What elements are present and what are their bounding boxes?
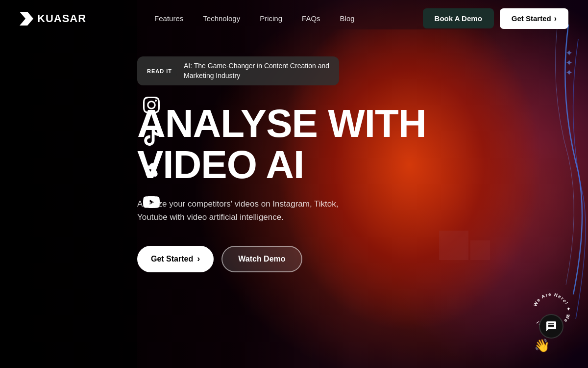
watch-demo-button[interactable]: Watch Demo <box>221 246 302 272</box>
cta-buttons: Get Started › Watch Demo <box>137 246 568 272</box>
nav-links: Features Technology Pricing FAQs Blog <box>154 14 355 23</box>
hand-emoji: 👋 <box>534 338 550 353</box>
nav-faqs[interactable]: FAQs <box>302 14 320 23</box>
read-badge: READ IT <box>142 65 177 77</box>
book-demo-button[interactable]: Book A Demo <box>423 8 494 28</box>
logo-text: KUASAR <box>37 12 86 25</box>
nav-blog[interactable]: Blog <box>340 14 355 23</box>
get-started-nav-button[interactable]: Get Started › <box>500 8 568 29</box>
svg-marker-1 <box>20 12 33 26</box>
logo[interactable]: KUASAR <box>20 12 86 26</box>
hero-subtitle: Analyze your competitors' videos on Inst… <box>137 197 363 224</box>
logo-icon <box>20 12 33 26</box>
get-started-hero-label: Get Started <box>151 255 193 263</box>
banner-text: AI: The Game-Changer in Content Creation… <box>184 61 329 80</box>
chat-widget: We Are Here! ✦ We Are Here! 👋 <box>529 289 573 353</box>
read-banner[interactable]: READ IT AI: The Game-Changer in Content … <box>137 56 339 85</box>
hero-content: READ IT AI: The Game-Changer in Content … <box>0 37 588 272</box>
we-are-here-badge: We Are Here! ✦ We Are Here! <box>529 289 573 334</box>
nav-features[interactable]: Features <box>154 14 183 23</box>
nav-pricing[interactable]: Pricing <box>260 14 282 23</box>
nav-actions: Book A Demo Get Started › <box>423 8 568 29</box>
get-started-hero-arrow: › <box>197 254 200 264</box>
nav-technology[interactable]: Technology <box>203 14 240 23</box>
hero-headline: ANALYSE WITH VIDEO AI <box>137 103 568 185</box>
get-started-hero-button[interactable]: Get Started › <box>137 246 214 272</box>
get-started-nav-label: Get Started <box>512 14 551 23</box>
get-started-nav-arrow: › <box>554 14 557 23</box>
navbar: KUASAR Features Technology Pricing FAQs … <box>0 0 588 37</box>
